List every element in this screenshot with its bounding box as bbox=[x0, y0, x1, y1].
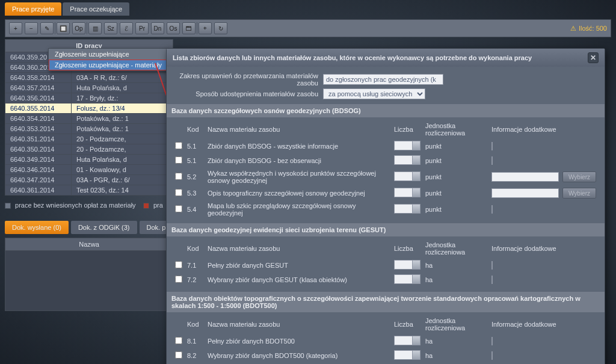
main-tabs: Prace przyjęte Prace oczekujące bbox=[5, 2, 611, 16]
material-name: Wybrany zbiór danych GESUT (klasa obiekt… bbox=[205, 273, 392, 287]
job-id: 6640.361.2014 bbox=[5, 185, 72, 196]
quantity-stepper[interactable] bbox=[394, 155, 420, 165]
quantity-stepper[interactable] bbox=[394, 274, 420, 284]
modal-title-bar[interactable]: Lista zbiorów danych lub innych materiał… bbox=[167, 49, 605, 67]
select-button[interactable]: Wybierz bbox=[562, 171, 596, 182]
info-input[interactable] bbox=[491, 276, 493, 284]
info-input[interactable] bbox=[491, 188, 559, 198]
material-checkbox[interactable] bbox=[175, 276, 182, 283]
material-checkbox[interactable] bbox=[175, 337, 182, 344]
tab-accepted[interactable]: Prace przyjęte bbox=[5, 2, 61, 16]
toolbar-button[interactable]: Op bbox=[72, 22, 85, 34]
info-input[interactable] bbox=[491, 205, 493, 214]
job-desc: Potakówka, dz.: 1 bbox=[72, 124, 173, 134]
job-id: 6640.353.2014 bbox=[5, 124, 72, 134]
material-name: Wybrany zbiór danych BDOT500 (kategoria) bbox=[205, 348, 392, 363]
table-row[interactable]: 6640.350.201420 - Podzamcze, bbox=[5, 144, 173, 155]
material-checkbox[interactable] bbox=[175, 173, 182, 180]
material-checkbox[interactable] bbox=[175, 189, 182, 196]
quantity-stepper[interactable] bbox=[394, 260, 420, 270]
material-name: Mapa lub szkic przeglądowy szczegółowej … bbox=[205, 200, 392, 218]
subtab-sent[interactable]: Dok. wysłane (0) bbox=[5, 221, 69, 234]
materials-col-unit: Jednostka rozliczeniowa bbox=[423, 239, 489, 258]
quantity-stepper[interactable] bbox=[394, 188, 420, 197]
table-row[interactable]: 6640.353.2014Potakówka, dz.: 1 bbox=[5, 124, 173, 134]
close-icon[interactable]: ✕ bbox=[588, 52, 599, 63]
table-row[interactable]: 6640.357.2014Huta Polańska, d bbox=[5, 83, 173, 93]
delivery-select[interactable]: za pomocą usług sieciowych bbox=[323, 88, 425, 99]
table-row[interactable]: 6640.355.2014Folusz, dz.: 13/4 bbox=[5, 103, 173, 114]
materials-col-kod: Kod bbox=[185, 239, 205, 258]
table-row[interactable]: 6640.358.201403A - R R, dz.: 6/ bbox=[5, 73, 173, 83]
context-menu: Zgłoszenie uzupełniające Zgłoszenie uzup… bbox=[48, 48, 168, 71]
quantity-stepper[interactable] bbox=[394, 350, 420, 360]
materials-col-liczba: Liczba bbox=[392, 120, 423, 139]
toolbar-button[interactable]: − bbox=[25, 22, 38, 34]
material-checkbox[interactable] bbox=[175, 205, 182, 212]
toolbar-button[interactable]: ⌖ bbox=[199, 22, 212, 34]
material-code: 5.1 bbox=[185, 153, 205, 168]
material-row: 8.2Wybrany zbiór danych BDOT500 (kategor… bbox=[173, 348, 599, 363]
menu-item-supplementary[interactable]: Zgłoszenie uzupełniające bbox=[49, 49, 168, 60]
info-input[interactable] bbox=[491, 156, 493, 165]
toolbar-button[interactable]: 🔲 bbox=[57, 22, 70, 34]
material-checkbox[interactable] bbox=[175, 351, 182, 359]
toolbar-button[interactable]: Os bbox=[167, 22, 180, 34]
material-unit: punkt bbox=[423, 186, 489, 200]
scope-input[interactable] bbox=[323, 74, 443, 85]
table-row[interactable]: 6640.361.2014Test 0235, dz.: 14 bbox=[5, 185, 173, 196]
material-row: 8.1Pełny zbiór danych BDOT500ha bbox=[173, 334, 599, 348]
materials-col-name: Nazwa materiału zasobu bbox=[205, 120, 392, 139]
toolbar-button[interactable]: ℰ bbox=[120, 22, 133, 34]
toolbar-button[interactable]: + bbox=[9, 22, 22, 34]
toolbar-button[interactable]: ↻ bbox=[214, 22, 227, 34]
toolbar-button[interactable]: 🗔 bbox=[182, 22, 196, 34]
table-row[interactable]: 6640.349.2014Huta Polańska, d bbox=[5, 155, 173, 165]
job-desc: Test 0235, dz.: 14 bbox=[72, 185, 173, 196]
info-input[interactable] bbox=[491, 337, 493, 345]
table-row[interactable]: 6640.351.201420 - Podzamcze, bbox=[5, 134, 173, 144]
materials-col-kod: Kod bbox=[185, 120, 205, 139]
info-input[interactable] bbox=[491, 351, 493, 360]
modal-title: Lista zbiorów danych lub innych materiał… bbox=[173, 54, 532, 61]
materials-col-chk bbox=[173, 239, 185, 258]
material-checkbox[interactable] bbox=[175, 261, 182, 268]
quantity-stepper[interactable] bbox=[394, 204, 420, 214]
table-row[interactable]: 6640.354.2014Potakówka, dz.: 1 bbox=[5, 114, 173, 124]
legend-swatch-unpaid bbox=[5, 203, 11, 209]
warning-icon: ⚠ bbox=[570, 25, 576, 32]
job-desc: Huta Polańska, d bbox=[72, 155, 173, 165]
info-input[interactable] bbox=[491, 142, 493, 150]
materials-table: KodNazwa materiału zasobuLiczbaJednostka… bbox=[173, 315, 599, 363]
toolbar-button[interactable]: ▥ bbox=[88, 22, 102, 34]
quantity-stepper[interactable] bbox=[394, 171, 420, 181]
materials-col-unit: Jednostka rozliczeniowa bbox=[423, 315, 489, 334]
quantity-stepper[interactable] bbox=[394, 141, 420, 150]
select-button[interactable]: Wybierz bbox=[562, 188, 596, 199]
material-checkbox[interactable] bbox=[175, 156, 182, 164]
info-input[interactable] bbox=[491, 261, 493, 270]
table-row[interactable]: 6640.356.201417 - Bryły, dz.: bbox=[5, 93, 173, 103]
legend-swatch-other bbox=[143, 203, 149, 209]
material-name: Pełny zbiór danych GESUT bbox=[205, 258, 392, 273]
job-id: 6640.349.2014 bbox=[5, 155, 72, 165]
material-code: 5.1 bbox=[185, 139, 205, 153]
quantity-stepper[interactable] bbox=[394, 336, 420, 345]
job-desc: 20 - Podzamcze, bbox=[72, 144, 173, 155]
toolbar-button[interactable]: ✎ bbox=[40, 22, 54, 34]
material-row: 5.2Wykaz współrzędnych i wysokości punkt… bbox=[173, 168, 599, 186]
material-checkbox[interactable] bbox=[175, 142, 182, 149]
info-input[interactable] bbox=[491, 172, 559, 182]
toolbar-button[interactable]: Sz bbox=[104, 22, 117, 34]
subtab-odgik[interactable]: Dok. z ODGiK (3) bbox=[71, 221, 137, 234]
toolbar-button[interactable]: Dn bbox=[151, 22, 164, 34]
table-row[interactable]: 6640.346.201401 - Kowalowy, d bbox=[5, 165, 173, 175]
tab-pending[interactable]: Prace oczekujące bbox=[63, 2, 129, 16]
material-name: Pełny zbiór danych BDOT500 bbox=[205, 334, 392, 348]
material-unit: ha bbox=[423, 348, 489, 363]
menu-item-supplementary-materials[interactable]: Zgłoszenie uzupełniające - materiały bbox=[49, 60, 168, 70]
toolbar-button[interactable]: Pr bbox=[135, 22, 149, 34]
material-code: 8.1 bbox=[185, 334, 205, 348]
material-code: 5.2 bbox=[185, 168, 205, 186]
table-row[interactable]: 6640.347.201403A - PGR, dz.: 6/ bbox=[5, 175, 173, 185]
